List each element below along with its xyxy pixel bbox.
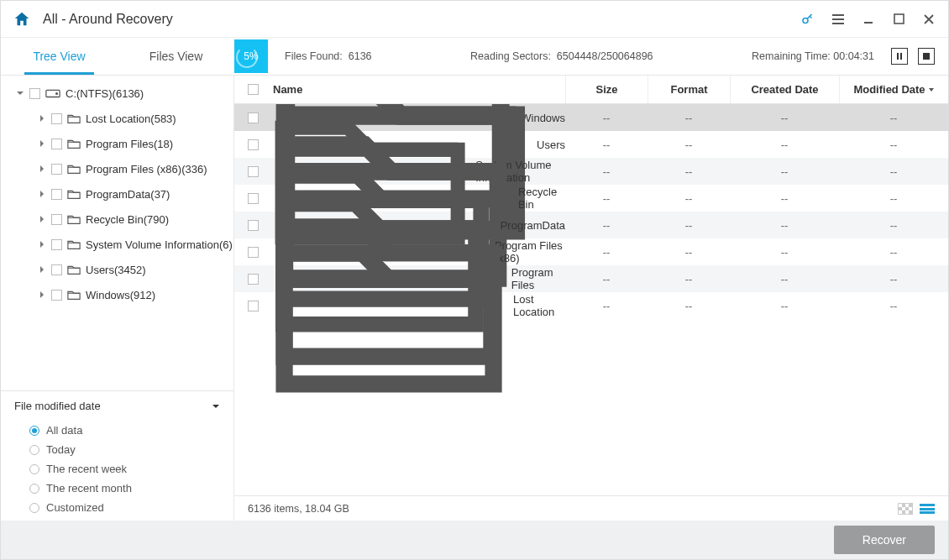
checkbox[interactable] <box>248 220 259 231</box>
column-format[interactable]: Format <box>648 76 730 103</box>
tree-item[interactable]: Lost Location(583) <box>1 106 233 131</box>
row-created: -- <box>730 112 839 124</box>
filter-header[interactable]: File modified date <box>14 400 220 412</box>
tree-item[interactable]: ProgramData(37) <box>1 181 233 207</box>
tree-item[interactable]: System Volume Information(6) <box>1 232 233 257</box>
chevron-right-icon[interactable] <box>38 265 46 274</box>
bottom-bar: Recover <box>1 521 948 559</box>
checkbox[interactable] <box>248 247 259 258</box>
checkbox[interactable] <box>29 88 40 99</box>
column-name[interactable]: Name <box>271 83 565 96</box>
row-format: -- <box>648 219 730 232</box>
menu-icon[interactable] <box>831 12 846 27</box>
chevron-right-icon[interactable] <box>38 290 46 299</box>
row-size: -- <box>565 165 648 178</box>
tab-files-view[interactable]: Files View <box>118 38 234 75</box>
row-modified: -- <box>839 219 948 232</box>
sidebar: C:(NTFS)(6136) Lost Location(583)Program… <box>1 76 234 521</box>
row-size: -- <box>565 112 648 124</box>
view-list-button[interactable] <box>920 504 935 514</box>
tree-item[interactable]: Users(3452) <box>1 257 233 282</box>
folder-icon <box>67 264 81 275</box>
table-row[interactable]: Lost Location-------- <box>234 292 948 319</box>
column-size[interactable]: Size <box>565 76 648 103</box>
filter-option[interactable]: The recent month <box>14 479 220 498</box>
row-format: -- <box>648 139 730 151</box>
checkbox[interactable] <box>51 189 62 200</box>
folder-icon <box>67 289 81 301</box>
tree-item[interactable]: Windows(912) <box>1 282 233 307</box>
checkbox[interactable] <box>51 264 62 275</box>
chevron-down-icon[interactable] <box>16 89 24 97</box>
checkbox[interactable] <box>51 290 62 301</box>
chevron-right-icon[interactable] <box>38 240 46 249</box>
chevron-right-icon[interactable] <box>38 190 46 198</box>
scan-percent: 5% <box>234 39 268 73</box>
chevron-right-icon[interactable] <box>38 165 46 173</box>
close-button[interactable] <box>921 12 936 27</box>
checkbox[interactable] <box>51 113 62 124</box>
filter-option-label: Today <box>46 443 76 456</box>
checkbox[interactable] <box>248 274 259 285</box>
remaining-time: Remaining Time: 00:04:31 <box>752 50 874 62</box>
tree-item[interactable]: Program Files(18) <box>1 131 233 156</box>
filter-option[interactable]: Customized <box>14 498 220 517</box>
row-modified: -- <box>839 246 948 259</box>
checkbox[interactable] <box>51 214 62 225</box>
checkbox[interactable] <box>51 164 62 175</box>
folder-icon <box>67 238 81 250</box>
tree-item[interactable]: Recycle Bin(790) <box>1 207 233 232</box>
checkbox[interactable] <box>248 139 259 150</box>
titlebar: All - Around Recovery <box>1 1 948 38</box>
chevron-right-icon[interactable] <box>38 114 46 123</box>
radio-icon <box>29 426 39 436</box>
svg-point-3 <box>56 93 58 95</box>
row-created: -- <box>730 219 839 232</box>
row-size: -- <box>565 273 648 285</box>
select-all-checkbox[interactable] <box>248 84 259 95</box>
app-title: All - Around Recovery <box>43 12 800 27</box>
tree-root[interactable]: C:(NTFS)(6136) <box>1 81 233 106</box>
home-icon[interactable] <box>13 10 31 29</box>
tree-item-label: Program Files (x86)(336) <box>86 163 207 175</box>
checkbox[interactable] <box>51 139 62 149</box>
filter-option[interactable]: Today <box>14 440 220 459</box>
folder-icon <box>67 138 81 149</box>
key-icon[interactable] <box>800 12 815 27</box>
maximize-button[interactable] <box>891 12 906 27</box>
row-modified: -- <box>839 165 948 178</box>
view-grid-button[interactable] <box>898 503 913 515</box>
row-modified: -- <box>839 300 948 312</box>
row-created: -- <box>730 139 839 151</box>
minimize-button[interactable] <box>861 12 876 27</box>
checkbox[interactable] <box>248 301 259 311</box>
filter-title: File modified date <box>14 400 101 412</box>
row-created: -- <box>730 246 839 259</box>
radio-icon <box>29 484 39 494</box>
row-name: Lost Location <box>513 293 565 318</box>
checkbox[interactable] <box>51 239 62 250</box>
column-modified[interactable]: Modified Date <box>839 76 948 103</box>
folder-icon <box>67 188 81 200</box>
filter-option[interactable]: All data <box>14 421 220 440</box>
tab-tree-view[interactable]: Tree View <box>1 38 118 75</box>
recover-button[interactable]: Recover <box>834 526 935 554</box>
checkbox[interactable] <box>248 166 259 177</box>
row-modified: -- <box>839 273 948 285</box>
grid-body: Windows--------Users--------System Volum… <box>234 104 948 495</box>
chevron-right-icon[interactable] <box>38 215 46 223</box>
row-created: -- <box>730 300 839 312</box>
filter-option-label: The recent week <box>46 463 127 475</box>
row-format: -- <box>648 165 730 178</box>
pause-scan-button[interactable] <box>891 48 908 65</box>
chevron-right-icon[interactable] <box>38 139 46 148</box>
svg-point-0 <box>803 18 808 23</box>
column-created[interactable]: Created Date <box>730 76 839 103</box>
checkbox[interactable] <box>248 113 259 123</box>
stop-scan-button[interactable] <box>918 48 935 65</box>
filter-option[interactable]: The recent week <box>14 459 220 479</box>
row-format: -- <box>648 112 730 124</box>
tree-item[interactable]: Program Files (x86)(336) <box>1 156 233 181</box>
filter-option-label: The recent month <box>46 482 132 495</box>
checkbox[interactable] <box>248 193 259 204</box>
